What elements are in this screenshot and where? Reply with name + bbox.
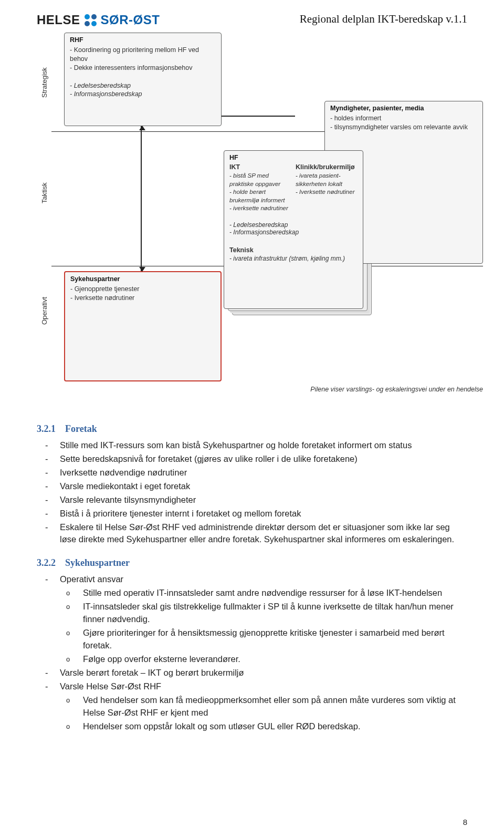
diagram-footnote: Pilene viser varslings- og eskaleringsve… [310, 386, 483, 393]
rhf-line: - Ledelsesberedskap [70, 81, 216, 90]
hf-lower-line: - Informasjonsberedskap [229, 229, 358, 236]
sp-line: - Iverksette nødrutiner [70, 294, 215, 303]
axis-operativt: Operativt [37, 253, 51, 369]
rhf-line: - Dekke interessenters informasjonsbehov [70, 64, 216, 73]
section-321-num: 3.2.1 [37, 423, 56, 434]
hf-klinikk-line: - ivareta pasient-sikkerheten lokalt [296, 172, 358, 188]
axis-taktisk: Taktisk [37, 132, 51, 253]
list-item: Hendelser som oppstår lokalt og som utlø… [83, 720, 467, 733]
section-322-op-list: Stille med operativ IT-innsatsleder samt… [37, 587, 467, 666]
section-322-num: 3.2.2 [37, 557, 56, 568]
hf-ikt-line: - holde berørt brukermiljø informert [229, 188, 291, 204]
list-item: Operativt ansvar [60, 573, 467, 586]
list-item: Sette beredskapsnivå for foretaket (gjør… [60, 453, 467, 466]
box-rhf: RHF - Koordinering og prioritering mello… [64, 33, 222, 126]
section-321-title: Foretak [65, 423, 97, 434]
connector-rhf-mynd [222, 116, 295, 117]
arrow-rhf-sp [141, 126, 142, 271]
box-mynd-title: Myndigheter, pasienter, media [325, 101, 482, 112]
logo-dots-icon [85, 14, 97, 26]
list-item: Varsle Helse Sør-Øst RHF [60, 680, 467, 693]
box-sykehuspartner: Sykehuspartner - Gjenopprette tjenester … [64, 271, 222, 381]
logo-text-sorost: SØR-ØST [101, 13, 160, 27]
logo: HELSE SØR-ØST [37, 13, 160, 27]
hf-ikt-line: - bistå SP med praktiske oppgaver [229, 172, 291, 188]
section-322-heading: 3.2.2Sykehuspartner [37, 555, 467, 570]
list-item: Bistå i å prioritere tjenester internt i… [60, 508, 467, 520]
list-item: Varsle relevante tilsynsmyndigheter [60, 494, 467, 507]
rhf-line: - Informasjonsberedskap [70, 90, 216, 99]
box-hf-title: HF [224, 151, 363, 161]
diagram: Strategisk Taktisk Operativt RHF - Koord… [37, 33, 467, 400]
diagram-axis-labels: Strategisk Taktisk Operativt [37, 33, 51, 400]
mynd-line: - holdes informert [330, 114, 477, 123]
hf-col-ikt-title: IKT [229, 161, 291, 172]
section-322-top: Operativt ansvar [37, 573, 467, 586]
list-item: IT-innsatsleder skal gis tilstrekkelige … [83, 601, 467, 626]
list-item: Følge opp overfor eksterne leverandører. [83, 653, 467, 666]
list-item: Stille med IKT-ressurs som kan bistå Syk… [60, 439, 467, 452]
section-322-varsle-list: Ved hendelser som kan få medieoppmerksom… [37, 694, 467, 733]
box-rhf-title: RHF [65, 33, 221, 44]
rhf-line: - Koordinering og prioritering mellom HF… [70, 46, 216, 64]
box-hf: HF IKT - bistå SP med praktiske oppgaver… [224, 150, 363, 309]
list-item: Iverksette nødvendige nødrutiner [60, 467, 467, 479]
section-321-heading: 3.2.1Foretak [37, 421, 467, 436]
list-item: Varsle berørt foretak – IKT og berørt br… [60, 667, 467, 679]
hf-lower-line: - Ledelsesberedskap [229, 221, 358, 229]
hf-teknisk-title: Teknisk [224, 237, 363, 254]
section-322-mid: Varsle berørt foretak – IKT og berørt br… [37, 667, 467, 693]
logo-text-helse: HELSE [37, 13, 80, 27]
section-321-list: Stille med IKT-ressurs som kan bistå Syk… [37, 439, 467, 546]
mynd-line: - tilsynsmyndigheter varsles om relevant… [330, 123, 477, 132]
section-322-title: Sykehuspartner [65, 557, 130, 568]
page-header: HELSE SØR-ØST Regional delplan IKT-bered… [37, 13, 467, 27]
hf-ikt-line: - iverksette nødrutiner [229, 204, 291, 213]
list-item: Ved hendelser som kan få medieoppmerksom… [83, 694, 467, 719]
sp-line: - Gjenopprette tjenester [70, 285, 215, 294]
list-item: Gjøre prioriteringer for å hensiktsmessi… [83, 627, 467, 652]
list-item: Stille med operativ IT-innsatsleder samt… [83, 587, 467, 600]
hf-col-klinikk-title: Klinikk/brukermiljø [296, 161, 358, 172]
list-item: Eskalere til Helse Sør-Øst RHF ved admin… [60, 521, 467, 546]
box-sp-title: Sykehuspartner [65, 272, 220, 283]
hf-klinikk-line: - Iverksette nødrutiner [296, 188, 358, 197]
hf-teknisk-body: - ivareta infrastruktur (strøm, kjøling … [224, 254, 363, 266]
page-number: 8 [463, 818, 467, 826]
axis-strategisk: Strategisk [37, 33, 51, 132]
list-item: Varsle mediekontakt i eget foretak [60, 480, 467, 493]
body-text: 3.2.1Foretak Stille med IKT-ressurs som … [37, 421, 467, 732]
document-title: Regional delplan IKT-beredskap v.1.1 [300, 13, 467, 26]
